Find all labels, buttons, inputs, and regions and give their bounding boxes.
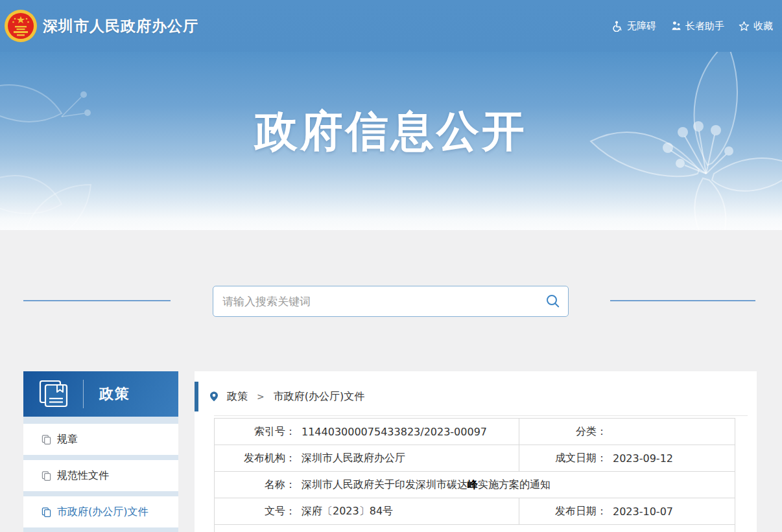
sidebar-item-label: 市政府(办公厅)文件	[57, 505, 148, 519]
page-banner: 政府信息公开	[0, 52, 782, 230]
search-box	[213, 286, 569, 317]
accessibility-label: 无障碍	[627, 20, 656, 32]
document-name-label: 名称：	[215, 478, 296, 492]
sidebar-title: 政策	[99, 384, 130, 404]
breadcrumb-separator: >	[257, 391, 265, 402]
header-quicklinks: 无障碍 长者助手 收藏	[612, 0, 773, 52]
main-panel: 政策 > 市政府(办公厅)文件 索引号： 114403000075433823/…	[195, 371, 757, 532]
site-title[interactable]: 深圳市人民政府办公厅	[43, 16, 198, 36]
document-icon	[41, 507, 51, 517]
document-icon	[41, 435, 51, 445]
document-number-value: 深府〔2023〕84号	[302, 505, 393, 518]
publisher-cell: 发布机构： 深圳市人民政府办公厅	[215, 445, 519, 472]
publish-date-value: 2023-10-07	[613, 505, 673, 518]
document-name-value: 深圳市人民政府关于印发深圳市碳达峰实施方案的通知	[302, 478, 551, 492]
breadcrumb-current[interactable]: 市政府(办公厅)文件	[274, 390, 364, 404]
page-title: 政府信息公开	[0, 102, 782, 161]
sidebar-header: 政策	[23, 371, 178, 417]
table-row: 文号： 深府〔2023〕84号 发布日期： 2023-10-07	[215, 498, 735, 525]
publish-date-cell: 发布日期： 2023-10-07	[519, 498, 735, 525]
sidebar-item-label: 规范性文件	[57, 469, 109, 483]
index-number-value: 114403000075433823/2023-00097	[302, 426, 487, 438]
highlighted-keyword: 峰	[468, 478, 478, 491]
breadcrumb-accent-bar	[195, 382, 198, 411]
category-label: 分类：	[519, 425, 607, 439]
location-pin-icon	[209, 391, 219, 402]
star-icon	[739, 21, 750, 32]
sidebar-item-regulations[interactable]: 规章	[23, 424, 178, 455]
written-date-value: 2023-09-12	[613, 452, 673, 465]
search-button[interactable]	[538, 286, 568, 316]
table-row: 名称： 深圳市人民政府关于印发深圳市碳达峰实施方案的通知	[215, 472, 735, 498]
elder-assist-icon	[670, 21, 681, 32]
favorite-link[interactable]: 收藏	[739, 20, 773, 32]
written-date-cell: 成文日期： 2023-09-12	[519, 445, 735, 472]
search-icon	[546, 294, 560, 308]
document-icon	[41, 471, 51, 481]
breadcrumb: 政策 > 市政府(办公厅)文件	[195, 382, 757, 411]
accessibility-link[interactable]: 无障碍	[612, 20, 656, 32]
document-number-cell: 文号： 深府〔2023〕84号	[215, 498, 519, 525]
document-name-cell: 名称： 深圳市人民政府关于印发深圳市碳达峰实施方案的通知	[215, 472, 735, 498]
index-number-label: 索引号：	[215, 425, 296, 439]
table-row: 发布机构： 深圳市人民政府办公厅 成文日期： 2023-09-12	[215, 445, 735, 472]
elder-assist-label: 长者助手	[685, 20, 724, 32]
sidebar-item-label: 规章	[57, 433, 78, 446]
top-header-bar: 深圳市人民政府办公厅 无障碍 长者助手 收藏	[0, 0, 782, 52]
accessibility-icon	[612, 21, 623, 32]
sidebar-item-municipal-documents[interactable]: 市政府(办公厅)文件	[23, 496, 178, 527]
national-emblem-icon[interactable]	[4, 8, 38, 43]
elder-assist-link[interactable]: 长者助手	[670, 20, 724, 32]
breadcrumb-root[interactable]: 政策	[227, 390, 248, 404]
partial-row-cell	[215, 525, 735, 532]
sidebar: 政策 规章 规范性文件 市政府(办公厅)文件	[23, 371, 178, 532]
category-cell: 分类：	[519, 419, 735, 445]
publish-date-label: 发布日期：	[519, 505, 607, 518]
decorative-line-left	[23, 300, 171, 301]
search-input[interactable]	[213, 286, 538, 316]
sidebar-item-normative-documents[interactable]: 规范性文件	[23, 460, 178, 491]
document-info-table: 索引号： 114403000075433823/2023-00097 分类： 发…	[214, 418, 735, 532]
written-date-label: 成文日期：	[519, 452, 607, 465]
table-row: 索引号： 114403000075433823/2023-00097 分类：	[215, 419, 735, 445]
policy-book-icon	[39, 380, 69, 408]
document-number-label: 文号：	[215, 505, 296, 518]
breadcrumb-divider	[214, 415, 748, 416]
publisher-value: 深圳市人民政府办公厅	[302, 452, 405, 465]
favorite-label: 收藏	[753, 20, 773, 32]
table-row-partial	[215, 525, 735, 532]
decorative-line-right	[610, 300, 755, 301]
index-number-cell: 索引号： 114403000075433823/2023-00097	[215, 419, 519, 445]
sidebar-header-divider	[83, 380, 84, 408]
publisher-label: 发布机构：	[215, 452, 296, 465]
